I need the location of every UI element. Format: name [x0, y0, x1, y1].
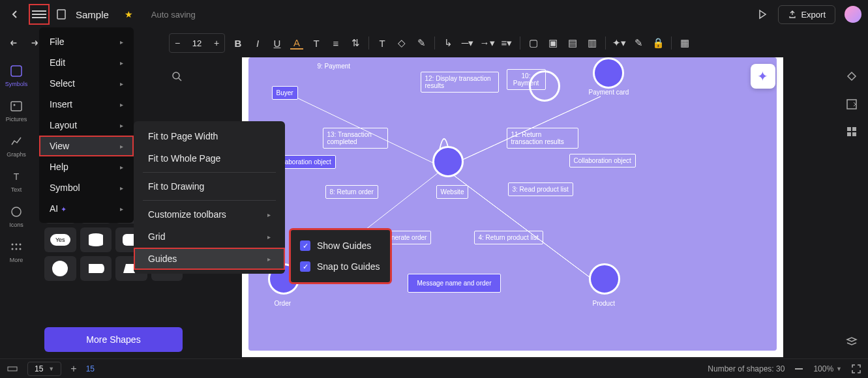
- menu-layout[interactable]: Layout▸: [39, 115, 134, 136]
- rail-icons[interactable]: Icons: [9, 205, 23, 228]
- edit-button[interactable]: ✎: [632, 36, 645, 50]
- font-size-input[interactable]: [185, 34, 209, 52]
- ai-assist-button[interactable]: ✦: [751, 64, 775, 89]
- rail-more[interactable]: More: [9, 240, 23, 263]
- connector-lines: [248, 57, 777, 351]
- search-icon[interactable]: [171, 70, 183, 82]
- main-menu-button[interactable]: [32, 7, 46, 22]
- shape-cylinder[interactable]: [80, 227, 112, 252]
- node-center-circle[interactable]: [432, 146, 464, 177]
- font-size-increase[interactable]: +: [209, 34, 224, 52]
- back-button[interactable]: [7, 6, 23, 23]
- font-size-decrease[interactable]: −: [170, 34, 185, 52]
- view-submenu: Fit to Page Width Fit to Whole Page Fit …: [134, 121, 285, 274]
- node-read-product[interactable]: 3: Read product list: [508, 182, 573, 196]
- fullscreen-icon[interactable]: [851, 364, 861, 374]
- fill-icon[interactable]: [845, 70, 858, 83]
- rail-text-label: Text: [11, 186, 22, 193]
- effects-button[interactable]: ✦▾: [612, 36, 625, 50]
- view-guides[interactable]: Guides▸: [134, 248, 285, 270]
- lock-button[interactable]: 🔒: [651, 36, 665, 50]
- show-guides-toggle[interactable]: Show Guides: [291, 235, 390, 256]
- shape-circle-2[interactable]: [44, 256, 76, 281]
- play-button[interactable]: [756, 8, 769, 21]
- shape-button-4[interactable]: ▥: [586, 36, 599, 50]
- zoom-out-icon[interactable]: [794, 364, 804, 374]
- highlight-button[interactable]: ◇: [395, 36, 408, 50]
- italic-button[interactable]: I: [251, 36, 264, 50]
- layers-icon[interactable]: [845, 335, 858, 348]
- page-selector[interactable]: 15 ▼: [27, 362, 61, 376]
- node-return-order[interactable]: 8: Return order: [325, 185, 378, 199]
- rail-graphs[interactable]: Graphs: [7, 134, 26, 158]
- page-indicator[interactable]: 15: [86, 364, 95, 373]
- view-customize-toolbars[interactable]: Customize toolbars▸: [134, 203, 285, 225]
- shape-button-2[interactable]: ▣: [546, 36, 560, 50]
- add-page-button[interactable]: +: [70, 363, 76, 375]
- view-grid[interactable]: Grid▸: [134, 225, 285, 248]
- line-style-button[interactable]: ─▾: [461, 36, 474, 50]
- underline-button[interactable]: U: [271, 36, 284, 50]
- top-header: Sample ★ Auto saving Export: [0, 0, 868, 29]
- menu-edit[interactable]: Edit▸: [39, 52, 134, 73]
- status-bar: 15 ▼ + 15 Number of shapes: 30 100% ▼: [0, 358, 868, 378]
- undo-button[interactable]: [7, 36, 21, 50]
- grid-view-button[interactable]: ▦: [678, 36, 691, 50]
- node-collab-2[interactable]: Collaboration object: [569, 154, 636, 167]
- rail-text[interactable]: T Text: [9, 169, 23, 193]
- menu-insert[interactable]: Insert▸: [39, 94, 134, 115]
- user-avatar[interactable]: [845, 6, 861, 23]
- menu-file[interactable]: File▸: [39, 31, 134, 52]
- align-button[interactable]: ≡: [329, 36, 342, 50]
- view-fit-drawing[interactable]: Fit to Drawing: [134, 175, 285, 197]
- text-tool-button[interactable]: T: [376, 36, 389, 50]
- rail-symbols[interactable]: Symbols: [5, 64, 28, 87]
- menu-select[interactable]: Select▸: [39, 73, 134, 94]
- node-return-product[interactable]: 4: Return product list: [474, 231, 543, 244]
- canvas-area[interactable]: Buyer 9: Payment 12: Display transaction…: [196, 57, 829, 358]
- rail-symbols-label: Symbols: [5, 81, 28, 87]
- export-panel-icon[interactable]: [845, 98, 858, 111]
- font-color-button[interactable]: A: [290, 36, 303, 50]
- node-cancel-circle[interactable]: [529, 70, 560, 102]
- line-spacing-button[interactable]: ⇅: [349, 36, 362, 50]
- connector-button[interactable]: ↳: [441, 36, 455, 50]
- node-message[interactable]: Message name and order: [408, 274, 501, 293]
- arrow-style-button[interactable]: →▾: [481, 36, 494, 50]
- brush-button[interactable]: ✎: [415, 36, 428, 50]
- ruler-icon[interactable]: [7, 363, 18, 375]
- svg-rect-35: [847, 132, 851, 136]
- bold-button[interactable]: B: [232, 36, 245, 50]
- node-payment-card-circle[interactable]: [593, 57, 624, 89]
- menu-ai[interactable]: AI✦▸: [39, 198, 134, 219]
- favorite-star-icon[interactable]: ★: [125, 9, 133, 20]
- svg-rect-33: [847, 127, 851, 131]
- page-surface[interactable]: Buyer 9: Payment 12: Display transaction…: [242, 57, 783, 357]
- zoom-level[interactable]: 100% ▼: [813, 364, 842, 373]
- node-buyer[interactable]: Buyer: [272, 86, 298, 100]
- shape-button-1[interactable]: ▢: [527, 36, 540, 50]
- view-fit-page-width[interactable]: Fit to Page Width: [134, 125, 285, 147]
- svg-point-21: [89, 242, 103, 246]
- more-shapes-button[interactable]: More Shapes: [44, 327, 183, 352]
- node-product-circle[interactable]: [589, 263, 620, 295]
- shape-yes[interactable]: Yes: [44, 227, 76, 252]
- menu-view[interactable]: View▸: [39, 136, 134, 156]
- shape-button-3[interactable]: ▤: [566, 36, 579, 50]
- line-weight-button[interactable]: ≡▾: [500, 36, 513, 50]
- rail-pictures[interactable]: Pictures: [6, 99, 27, 123]
- node-return-results[interactable]: 11: Return transaction results: [507, 128, 578, 149]
- shape-cylinder-side[interactable]: [80, 256, 112, 281]
- snap-guides-label: Snap to Guides: [317, 261, 380, 272]
- node-transaction-completed[interactable]: 13: Transaction completed: [323, 128, 388, 149]
- menu-symbol[interactable]: Symbol▸: [39, 177, 134, 198]
- export-button[interactable]: Export: [778, 5, 835, 24]
- grid-panel-icon[interactable]: [845, 125, 858, 138]
- snap-guides-toggle[interactable]: Snap to Guides: [291, 256, 390, 277]
- node-website[interactable]: Website: [436, 185, 469, 199]
- view-fit-whole-page[interactable]: Fit to Whole Page: [134, 147, 285, 169]
- menu-help[interactable]: Help▸: [39, 156, 134, 177]
- node-display-transaction[interactable]: 12: Display transaction results: [421, 72, 499, 93]
- document-title[interactable]: Sample: [76, 9, 109, 20]
- text-style-button[interactable]: T: [310, 36, 323, 50]
